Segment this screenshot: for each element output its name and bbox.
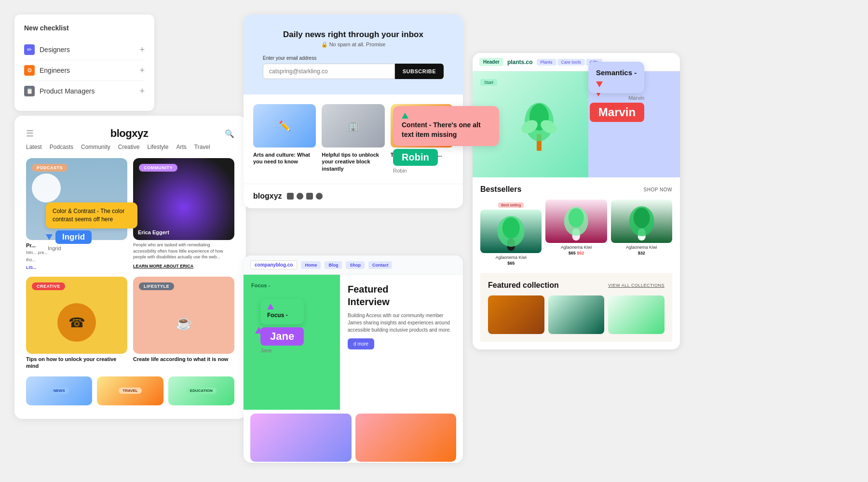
add-pm-button[interactable]: +	[139, 87, 145, 95]
jane-badge-row: Jane	[260, 327, 304, 346]
lifestyle-card-text: Create life according to what it is now	[133, 356, 234, 362]
nav-lifestyle[interactable]: Lifestyle	[147, 144, 168, 150]
checklist-item-product-managers[interactable]: 📋 Product Managers +	[24, 81, 145, 101]
lifestyle-card[interactable]: LIFESTYLE ☕ Create life according to wha…	[133, 277, 234, 370]
blog-header: ☰ blogxyz 🔍	[26, 127, 234, 140]
plant-img-1	[480, 210, 542, 253]
company-blog-bottom-row	[244, 410, 463, 463]
collection-img-3[interactable]	[608, 295, 665, 334]
plant-price-1: $65	[480, 261, 542, 266]
ingrid-badge: Ingrid	[55, 230, 92, 244]
plant-sale-price: $52	[577, 251, 584, 255]
plant-icon-3	[611, 200, 672, 243]
robin-cursor-row	[402, 113, 490, 119]
creative-card[interactable]: CREATIVE ☎ Tips on how to unlock your cr…	[26, 277, 127, 370]
social-icon-1[interactable]	[287, 193, 294, 200]
tag-podcasts: PODCASTS	[32, 164, 68, 172]
marvin-bubble: Semantics -	[588, 62, 644, 93]
plant-img-3	[611, 200, 672, 243]
bestsellers-section: Bestsellers SHOP NOW Best selling Aglaon…	[473, 177, 680, 349]
marvin-badge-row: Marvin	[588, 103, 644, 122]
plants-logo: plants.co	[507, 59, 533, 66]
article-card-2[interactable]: 🏢 Helpful tips to unblock your creative …	[322, 104, 384, 174]
email-input[interactable]	[263, 64, 395, 79]
social-icon-3[interactable]	[306, 193, 313, 200]
plant-hero-img	[497, 79, 581, 170]
marvin-name-small-outer: Marvin	[588, 95, 644, 101]
add-designers-button[interactable]: +	[139, 45, 145, 54]
company-blog-panel: companyblog.co Home Blog Shop Contact Fo…	[244, 255, 463, 463]
checklist-label-engineers: Engineers	[40, 67, 70, 74]
nav-arts[interactable]: Arts	[176, 144, 186, 150]
social-icon-4[interactable]	[316, 193, 323, 200]
nav-latest[interactable]: Latest	[26, 144, 42, 150]
collection-img-1[interactable]	[488, 295, 544, 334]
featured-collection-section: Featured collection VIEW ALL COLLECTIONS	[480, 273, 672, 342]
blog-cards-grid: PODCASTS Pr... Min... pre... tho... LIS.…	[26, 158, 234, 370]
jane-annotation: Focus - Jane Jane	[260, 299, 304, 353]
robin-badge-row: Robin	[393, 149, 499, 166]
checklist-label-designers: Designers	[40, 46, 70, 54]
company-blog-header: companyblog.co Home Blog Shop Contact	[244, 255, 463, 275]
plants-nav-plants[interactable]: Plants	[537, 59, 556, 66]
checklist-title: New checklist	[24, 24, 145, 32]
featured-interview-text: Building Access with our community membe…	[348, 312, 455, 334]
checklist-item-left-pm: 📋 Product Managers	[24, 86, 95, 96]
community-card-text: People who are tasked with remediating a…	[133, 242, 234, 269]
nav-contact[interactable]: Contact	[368, 261, 393, 269]
checklist-item-engineers[interactable]: ⚙ Engineers +	[24, 60, 145, 81]
nav-home[interactable]: Home	[301, 261, 321, 269]
community-card[interactable]: COMMUNITY Erica Eggert People who are ta…	[133, 158, 234, 271]
plant-item-2[interactable]: Aglaonema Kiwi $65 $52	[545, 200, 607, 266]
robin-annotation: Content - There's one alt text item miss…	[393, 106, 499, 174]
article-title-1: Arts and culture: What you need to know	[253, 151, 316, 165]
shop-now-link[interactable]: SHOP NOW	[644, 187, 672, 192]
article-img-1: ✏️	[253, 104, 316, 147]
plant-icon-1	[480, 210, 542, 253]
plant-name-3: Aglaonema Kiwi	[611, 245, 672, 251]
gear-icon: ⚙	[24, 65, 35, 76]
robin-name-small: Robin	[393, 168, 499, 174]
nav-shop[interactable]: Shop	[346, 261, 365, 269]
plant-price-3: $32	[611, 251, 672, 255]
subscribe-button[interactable]: SUBSCRIBE	[395, 64, 444, 79]
search-icon[interactable]: 🔍	[225, 129, 234, 138]
nav-podcasts[interactable]: Podcasts	[50, 144, 73, 150]
plants-header: Header plants.co Plants Care tools Gifts	[473, 53, 680, 71]
plants-nav-care[interactable]: Care tools	[557, 59, 585, 66]
ingrid-bubble: Color & Contrast - The color contrast se…	[46, 202, 137, 228]
plants-store-panel: Header plants.co Plants Care tools Gifts…	[473, 53, 680, 349]
nav-creative[interactable]: Creative	[118, 144, 140, 150]
marvin-cursor-annotation	[596, 81, 637, 87]
plants-grid: Best selling Aglaonema Kiwi $65	[480, 200, 672, 266]
add-engineers-button[interactable]: +	[139, 66, 145, 75]
checklist-label-pm: Product Managers	[40, 87, 95, 95]
article-card-1[interactable]: ✏️ Arts and culture: What you need to kn…	[253, 104, 316, 174]
robin-bubble: Content - There's one alt text item miss…	[393, 106, 499, 146]
view-all-link[interactable]: VIEW ALL COLLECTIONS	[608, 283, 665, 288]
nav-travel[interactable]: Travel	[194, 144, 210, 150]
svg-point-13	[633, 208, 650, 228]
hamburger-icon[interactable]: ☰	[26, 128, 34, 139]
jane-bubble: Focus -	[260, 299, 304, 324]
blog-logo: blogxyz	[110, 127, 148, 140]
tag-lifestyle: LIFESTYLE	[139, 282, 174, 290]
nav-blog[interactable]: Blog	[325, 261, 342, 269]
plant-item-1[interactable]: Best selling Aglaonema Kiwi $65	[480, 200, 542, 266]
collection-img-2[interactable]	[548, 295, 605, 334]
nav-community[interactable]: Community	[81, 144, 110, 150]
cursor-red-icon2	[596, 81, 603, 87]
plant-item-3[interactable]: Aglaonema Kiwi $32	[611, 200, 672, 266]
plant-img-2	[545, 200, 607, 243]
read-more-button[interactable]: d more	[348, 338, 374, 349]
learn-more-link[interactable]: LEARN MORE ABOUT ERICA	[133, 263, 234, 269]
social-icon-2[interactable]	[297, 193, 303, 200]
creative-card-text: Tips on how to unlock your creative mind	[26, 356, 127, 370]
newsletter-hero: Daily news right through your inbox 🔒 No…	[244, 14, 463, 94]
bottom-cards-row: NEWS TRAVEL EDUCATION	[26, 376, 234, 407]
blog-nav: Latest Podcasts Community Creative Lifes…	[26, 144, 234, 150]
blog-bottom-img-1	[250, 414, 352, 462]
checklist-item-designers[interactable]: ✏ Designers +	[24, 40, 145, 60]
robin-badge: Robin	[393, 149, 438, 166]
bestsellers-title: Bestsellers	[480, 185, 521, 194]
